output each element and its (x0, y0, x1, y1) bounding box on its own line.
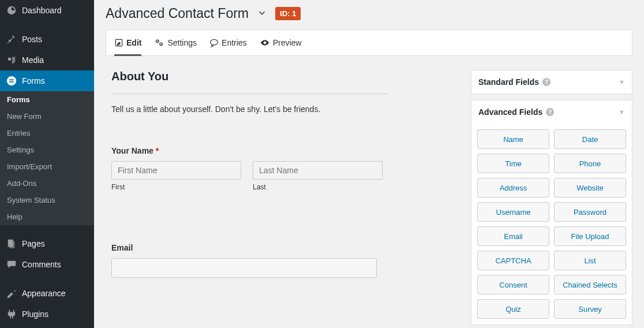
field-btn-date[interactable]: Date (554, 129, 626, 149)
divider (111, 94, 388, 94)
sidebar-label: Plugins (22, 310, 48, 319)
plugins-icon (6, 308, 17, 320)
svg-point-11 (161, 44, 162, 45)
main-content: Advanced Contact Form ID: 1 Edit Setting… (94, 0, 644, 328)
sidebar-item-forms[interactable]: Forms (0, 70, 94, 91)
sidebar-sub-import[interactable]: Import/Export (0, 158, 94, 175)
form-preview-area: About You Tell us a little about yoursel… (106, 70, 459, 328)
svg-point-9 (157, 41, 158, 42)
sidebar-item-posts[interactable]: Posts (0, 29, 94, 50)
sidebar-item-media[interactable]: Media (0, 50, 94, 70)
sidebar-label: Pages (22, 239, 45, 248)
sidebar-sub-settings[interactable]: Settings (0, 141, 94, 158)
tab-label: Preview (273, 38, 302, 47)
tab-label: Settings (167, 38, 197, 47)
field-btn-password[interactable]: Password (554, 202, 626, 222)
field-btn-name[interactable]: Name (477, 129, 549, 149)
panel-title: Advanced Fields (478, 107, 542, 117)
field-btn-phone[interactable]: Phone (554, 154, 626, 173)
field-btn-fileupload[interactable]: File Upload (554, 226, 626, 246)
help-icon[interactable]: ? (546, 108, 554, 116)
advanced-fields-body: Name Date Time Phone Address Website Use… (471, 124, 632, 325)
field-btn-captcha[interactable]: CAPTCHA (477, 251, 549, 270)
field-btn-list[interactable]: List (554, 251, 626, 270)
admin-sidebar: Dashboard Posts Media Forms Forms New Fo… (0, 0, 94, 328)
tab-edit[interactable]: Edit (114, 30, 141, 55)
field-btn-website[interactable]: Website (554, 178, 626, 197)
comments-icon (6, 259, 17, 270)
tab-settings[interactable]: Settings (154, 30, 197, 55)
standard-fields-panel: Standard Fields ? ▼ (471, 70, 632, 94)
last-name-input[interactable] (253, 161, 383, 180)
email-input[interactable] (111, 258, 377, 278)
caret-down-icon: ▼ (619, 79, 625, 85)
tab-preview[interactable]: Preview (260, 30, 302, 55)
required-indicator: * (156, 146, 159, 155)
section-description: Tell us a little about yourself. Don't b… (111, 105, 454, 114)
sidebar-sub-entries[interactable]: Entries (0, 125, 94, 141)
sidebar-label: Media (22, 55, 44, 65)
id-badge: ID: 1 (275, 7, 301, 20)
field-panels: Standard Fields ? ▼ Advanced Fields ? ▼ … (471, 70, 632, 328)
edit-icon (114, 38, 123, 47)
pages-icon (6, 238, 17, 249)
tab-entries[interactable]: Entries (209, 30, 247, 55)
forms-icon (6, 75, 17, 87)
sidebar-label: Dashboard (22, 6, 62, 15)
sidebar-item-appearance[interactable]: Appearance (0, 283, 94, 304)
editor-columns: About You Tell us a little about yoursel… (106, 70, 632, 328)
page-header: Advanced Contact Form ID: 1 (106, 6, 632, 21)
field-btn-time[interactable]: Time (477, 154, 549, 173)
sidebar-sub-help[interactable]: Help (0, 208, 94, 225)
tab-label: Edit (126, 38, 141, 47)
appearance-icon (6, 288, 17, 299)
name-field-label: Your Name * (111, 146, 454, 155)
sidebar-label: Forms (22, 76, 45, 85)
sidebar-label: Posts (22, 35, 42, 44)
sidebar-sub-addons[interactable]: Add-Ons (0, 175, 94, 192)
sidebar-label: Comments (22, 260, 61, 269)
preview-icon (260, 38, 270, 47)
tab-bar: Edit Settings Entries Preview (106, 29, 632, 56)
first-name-input[interactable] (111, 161, 241, 180)
field-btn-address[interactable]: Address (477, 178, 549, 197)
standard-fields-header[interactable]: Standard Fields ? ▼ (471, 70, 632, 94)
field-btn-email[interactable]: Email (477, 226, 549, 246)
help-icon[interactable]: ? (542, 78, 551, 86)
field-btn-chained[interactable]: Chained Selects (554, 275, 626, 295)
settings-icon (154, 38, 164, 47)
sidebar-sub-status[interactable]: System Status (0, 192, 94, 208)
advanced-fields-header[interactable]: Advanced Fields ? ▼ (471, 100, 632, 124)
name-row: First Last (111, 161, 454, 191)
field-btn-quiz[interactable]: Quiz (477, 299, 549, 319)
section-title: About You (111, 70, 454, 83)
last-sublabel: Last (253, 183, 383, 191)
sidebar-sub-forms[interactable]: Forms (0, 91, 94, 108)
panel-title: Standard Fields (478, 77, 539, 87)
svg-rect-3 (9, 81, 13, 83)
chevron-down-icon[interactable] (257, 8, 267, 20)
page-title: Advanced Contact Form (106, 6, 249, 21)
svg-point-1 (7, 76, 16, 85)
field-btn-username[interactable]: Username (477, 202, 549, 222)
pin-icon (6, 33, 17, 45)
sidebar-item-dashboard[interactable]: Dashboard (0, 0, 94, 21)
email-field-label: Email (111, 243, 454, 252)
tab-label: Entries (222, 38, 247, 47)
sidebar-item-users[interactable]: Users (0, 325, 94, 328)
field-btn-consent[interactable]: Consent (477, 275, 549, 295)
sidebar-submenu: Forms New Form Entries Settings Import/E… (0, 91, 94, 225)
svg-rect-2 (9, 79, 13, 80)
svg-point-0 (8, 58, 11, 61)
sidebar-sub-newform[interactable]: New Form (0, 108, 94, 125)
field-btn-survey[interactable]: Survey (554, 299, 626, 319)
sidebar-label: Appearance (22, 289, 66, 298)
dashboard-icon (6, 5, 17, 16)
sidebar-item-pages[interactable]: Pages (0, 233, 94, 254)
sidebar-item-comments[interactable]: Comments (0, 254, 94, 275)
sidebar-item-plugins[interactable]: Plugins (0, 304, 94, 325)
entries-icon (209, 38, 219, 47)
first-sublabel: First (111, 183, 241, 191)
advanced-fields-panel: Advanced Fields ? ▼ Name Date Time Phone… (471, 100, 632, 325)
media-icon (6, 54, 17, 66)
